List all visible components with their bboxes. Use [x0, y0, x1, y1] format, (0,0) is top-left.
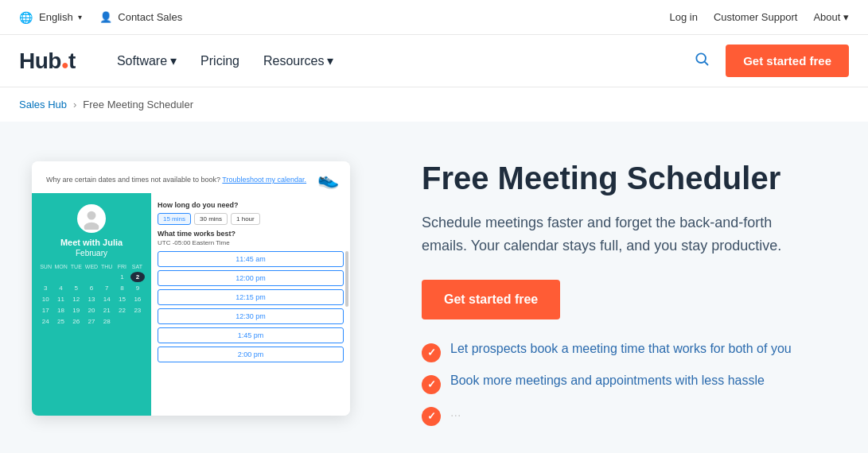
user-avatar — [77, 204, 106, 233]
calendar-grid: 1234567891011121314151617181920212223242… — [38, 272, 145, 327]
duration-1hr[interactable]: 1 hour — [231, 213, 260, 225]
time-slot-1145am[interactable]: 11:45 am — [158, 251, 344, 267]
customer-support-link[interactable]: Customer Support — [714, 11, 798, 23]
cal-day — [38, 272, 53, 282]
feature-text-3: ... — [450, 405, 461, 420]
breadcrumb-parent[interactable]: Sales Hub — [19, 99, 67, 110]
cal-day — [99, 272, 114, 282]
feature-item-1: ✓ Let prospects book a meeting time that… — [422, 342, 820, 362]
nav-items: Software ▾ Pricing Resources ▾ — [107, 47, 694, 75]
cal-day[interactable]: 15 — [115, 294, 129, 304]
calendar-month: February — [38, 249, 145, 257]
cal-day[interactable]: 16 — [130, 294, 145, 304]
language-label: English — [39, 11, 73, 23]
cal-day[interactable]: 12 — [69, 294, 84, 304]
cal-day — [115, 316, 129, 327]
check-icon-2: ✓ — [422, 375, 441, 394]
logo[interactable]: Hub●t — [19, 48, 76, 74]
main-nav: Hub●t Software ▾ Pricing Resources ▾ Get… — [0, 35, 868, 87]
cal-day — [69, 272, 84, 282]
hero-title: Free Meeting Scheduler — [422, 159, 820, 197]
mockup-top-bar: Why are certain dates and times not avai… — [32, 161, 350, 193]
search-button[interactable] — [694, 51, 710, 71]
cal-day[interactable]: 24 — [38, 316, 53, 327]
cal-day[interactable]: 6 — [84, 283, 99, 293]
cal-day[interactable]: 19 — [69, 305, 84, 316]
feature-list: ✓ Let prospects book a meeting time that… — [422, 342, 820, 426]
mockup-body: Meet with Julia February SUNMONTUEWEDTHU… — [32, 193, 350, 416]
cal-day[interactable]: 28 — [99, 316, 114, 327]
svg-point-3 — [84, 223, 99, 230]
duration-buttons: 15 mins 30 mins 1 hour — [158, 213, 344, 225]
nav-software[interactable]: Software ▾ — [107, 47, 186, 75]
feature-text-2: Book more meetings and appointments with… — [450, 374, 765, 388]
trouble-link[interactable]: Troubleshoot my calendar. — [222, 176, 306, 184]
nav-pricing[interactable]: Pricing — [191, 48, 249, 75]
nav-resources[interactable]: Resources ▾ — [254, 47, 343, 75]
hero-section: Why are certain dates and times not avai… — [0, 122, 868, 453]
cal-day[interactable]: 8 — [115, 283, 129, 293]
nav-right-icons: Get started free — [694, 45, 849, 77]
time-slot-200pm[interactable]: 2:00 pm — [158, 347, 344, 362]
language-selector[interactable]: 🌐 English ▾ 👤 Contact Sales — [19, 11, 182, 24]
check-icon-1: ✓ — [422, 343, 441, 362]
cal-day[interactable]: 14 — [99, 294, 114, 304]
scheduler-mockup: Why are certain dates and times not avai… — [32, 161, 350, 416]
time-question: What time works best? — [158, 230, 344, 238]
svg-point-2 — [88, 211, 96, 220]
duration-30[interactable]: 30 mins — [194, 213, 228, 225]
feature-item-3: ✓ ... — [422, 405, 820, 426]
login-link-top[interactable]: Log in — [669, 11, 697, 23]
cal-day[interactable]: 22 — [115, 305, 129, 316]
about-link[interactable]: About ▾ — [813, 11, 849, 23]
cal-day[interactable]: 25 — [53, 316, 68, 327]
cal-day[interactable]: 2 — [130, 272, 145, 282]
top-bar-right: Log in Customer Support About ▾ — [669, 11, 849, 23]
cal-day[interactable]: 20 — [84, 305, 99, 316]
cal-day[interactable]: 3 — [38, 283, 53, 293]
time-slot-1215pm[interactable]: 12:15 pm — [158, 289, 344, 305]
get-started-button-nav[interactable]: Get started free — [726, 45, 849, 77]
cal-day[interactable]: 9 — [130, 283, 145, 293]
person-icon: 👤 — [99, 11, 112, 23]
cal-day[interactable]: 1 — [115, 272, 129, 282]
resources-chevron-icon: ▾ — [327, 53, 333, 68]
feature-item-2: ✓ Book more meetings and appointments wi… — [422, 374, 820, 394]
check-icon-3: ✓ — [422, 407, 441, 426]
time-slots-container: 11:45 am 12:00 pm 12:15 pm 12:30 pm 1:45… — [158, 251, 344, 362]
cal-day — [53, 272, 68, 282]
time-slot-145pm[interactable]: 1:45 pm — [158, 327, 344, 343]
cal-day[interactable]: 7 — [99, 283, 114, 293]
cal-day[interactable]: 27 — [84, 316, 99, 327]
feature-text-1: Let prospects book a meeting time that w… — [450, 342, 792, 356]
contact-sales-link[interactable]: 👤 Contact Sales — [99, 11, 183, 23]
cal-day[interactable]: 23 — [130, 305, 145, 316]
globe-icon: 🌐 — [19, 11, 33, 24]
time-slot-1230pm[interactable]: 12:30 pm — [158, 308, 344, 324]
logo-text: Hub●t — [19, 48, 76, 74]
cal-day[interactable]: 5 — [69, 283, 84, 293]
cal-day[interactable]: 18 — [53, 305, 68, 316]
trouble-text: Why are certain dates and times not avai… — [46, 176, 220, 184]
cal-day[interactable]: 4 — [53, 283, 68, 293]
illustration-area: Why are certain dates and times not avai… — [24, 145, 374, 439]
cal-day[interactable]: 26 — [69, 316, 84, 327]
breadcrumb-separator: › — [73, 99, 76, 110]
top-bar: 🌐 English ▾ 👤 Contact Sales Log in Custo… — [0, 0, 868, 35]
cal-day — [84, 272, 99, 282]
sneaker-icon: 👟 — [317, 169, 339, 190]
cal-day[interactable]: 10 — [38, 294, 53, 304]
get-started-button-hero[interactable]: Get started free — [422, 280, 560, 319]
duration-15[interactable]: 15 mins — [158, 213, 191, 225]
breadcrumb: Sales Hub › Free Meeting Scheduler — [0, 87, 868, 122]
cal-day[interactable]: 17 — [38, 305, 53, 316]
scroll-bar — [345, 251, 348, 307]
hero-text-area: Free Meeting Scheduler Schedule meetings… — [422, 159, 820, 426]
cal-day[interactable]: 21 — [99, 305, 114, 316]
time-slots-panel: How long do you need? 15 mins 30 mins 1 … — [151, 193, 350, 416]
cal-day[interactable]: 13 — [84, 294, 99, 304]
svg-line-1 — [705, 62, 708, 65]
cal-day[interactable]: 11 — [53, 294, 68, 304]
time-slot-1200pm[interactable]: 12:00 pm — [158, 270, 344, 286]
chevron-down-icon: ▾ — [78, 13, 82, 21]
